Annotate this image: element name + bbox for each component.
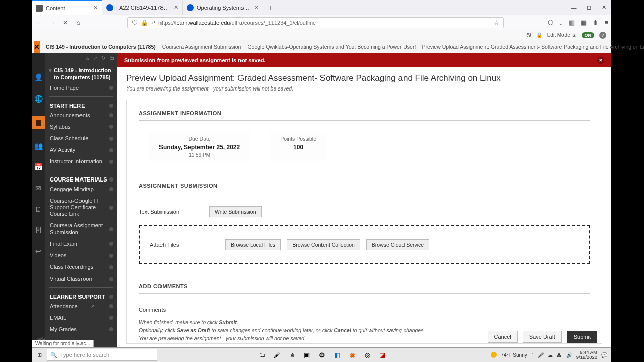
- dismiss-alert-button[interactable]: ✕: [597, 57, 604, 64]
- lock-icon[interactable]: 🔒: [141, 19, 148, 26]
- course-title[interactable]: ▾CIS 149 - Introduction to Computers (11…: [45, 64, 117, 82]
- options-icon[interactable]: [109, 113, 113, 117]
- shield-icon[interactable]: 🛡: [132, 19, 138, 26]
- tray-onedrive-icon[interactable]: ☁: [548, 352, 553, 358]
- sidebar-item[interactable]: Virtual Classroom: [45, 273, 117, 285]
- new-tab-button[interactable]: +: [263, 4, 277, 12]
- options-icon[interactable]: [109, 125, 113, 129]
- cancel-button[interactable]: Cancel: [488, 331, 518, 343]
- browse-local-button[interactable]: Browse Local Files: [225, 239, 281, 250]
- acrobat-icon[interactable]: ◪: [375, 349, 389, 361]
- options-icon[interactable]: [109, 206, 113, 210]
- sidebar-item[interactable]: Coursera Assignment Submission: [45, 220, 117, 238]
- sync-icon[interactable]: 🗘: [526, 32, 531, 38]
- back-button[interactable]: ←: [35, 19, 44, 26]
- sidebar-item-home[interactable]: Home Page: [45, 82, 117, 94]
- sidebar-item[interactable]: Coursera-Google IT Support Certificate C…: [45, 195, 117, 220]
- browser-tab[interactable]: Operating Systems and You: Be ✕: [183, 0, 263, 15]
- close-tab-icon[interactable]: ✕: [254, 4, 259, 11]
- forward-button[interactable]: →: [48, 19, 57, 26]
- library-icon[interactable]: ▥: [569, 19, 575, 26]
- sidebar-item[interactable]: Syllabus: [45, 121, 117, 133]
- pocket-icon[interactable]: ⬡: [548, 19, 553, 26]
- profile-icon[interactable]: 👤: [34, 73, 42, 81]
- collapse-icon[interactable]: ▾: [49, 67, 52, 81]
- tray-network-icon[interactable]: 🖧: [557, 352, 562, 358]
- tools-icon[interactable]: 🗄: [34, 226, 42, 234]
- options-icon[interactable]: [109, 304, 113, 308]
- options-icon[interactable]: [109, 277, 113, 281]
- app-icon[interactable]: 🗎: [285, 349, 299, 361]
- downloads-icon[interactable]: ↓: [559, 19, 563, 26]
- browse-cloud-button[interactable]: Browse Cloud Service: [366, 239, 429, 250]
- bookmark-star-icon[interactable]: ☆: [494, 19, 499, 26]
- write-submission-button[interactable]: Write Submission: [209, 206, 262, 217]
- home-icon[interactable]: ⌂: [86, 55, 89, 62]
- app-icon[interactable]: ▣: [300, 349, 314, 361]
- options-icon[interactable]: [109, 327, 113, 331]
- app-icon[interactable]: 🖉: [270, 349, 284, 361]
- sidebar-item[interactable]: Cengage Mindtap: [45, 184, 117, 195]
- outlook-icon[interactable]: ◧: [330, 349, 344, 361]
- sidebar-item[interactable]: EMAIL: [45, 312, 117, 324]
- options-icon[interactable]: [109, 177, 113, 182]
- refresh-icon[interactable]: ↻: [101, 55, 105, 62]
- sidebar-item[interactable]: AV Activity: [45, 144, 117, 156]
- tray-sound-icon[interactable]: 🔊: [566, 352, 572, 358]
- submit-button[interactable]: Submit: [567, 331, 597, 343]
- browser-tab[interactable]: FA22 CIS149-11785 | Coursera ✕: [102, 0, 183, 15]
- options-icon[interactable]: [109, 148, 113, 152]
- start-button[interactable]: ⊞: [32, 348, 47, 363]
- sidebar-item[interactable]: Videos: [45, 250, 117, 261]
- close-tab-icon[interactable]: ✕: [174, 4, 178, 11]
- sidebar-heading-support[interactable]: LEARNER SUPPORT: [45, 290, 117, 301]
- tray-chevron-icon[interactable]: ˄: [531, 352, 534, 358]
- sidebar-item[interactable]: Class Schedule: [45, 133, 117, 144]
- options-icon[interactable]: [109, 86, 113, 90]
- breadcrumb-item[interactable]: Google Qwiklabs-Operating Systems and Yo…: [247, 44, 416, 50]
- weather-text[interactable]: 74°F Sunny: [501, 352, 527, 358]
- breadcrumb-item[interactable]: Coursera Assignment Submission: [162, 44, 242, 50]
- breadcrumb-course[interactable]: CIS 149 - Introduction to Computers (117…: [46, 44, 156, 50]
- grades-icon[interactable]: 🗎: [34, 205, 42, 213]
- options-icon[interactable]: [109, 227, 113, 231]
- close-panel-button[interactable]: ✕: [34, 41, 40, 53]
- address-bar[interactable]: 🛡 🔒 ⇄ https://learn.wallacestate.edu/ult…: [127, 17, 504, 28]
- tray-mic-icon[interactable]: 🎤: [538, 352, 544, 358]
- options-icon[interactable]: [109, 295, 113, 299]
- taskbar-search[interactable]: 🔍 Type here to search: [47, 349, 157, 361]
- browser-tab-active[interactable]: Content ✕: [32, 0, 102, 15]
- feed-icon[interactable]: ⋔: [593, 19, 598, 26]
- folder-icon[interactable]: 🗀: [109, 55, 114, 62]
- minimize-button[interactable]: —: [566, 0, 581, 15]
- organizations-icon[interactable]: 👥: [34, 142, 42, 150]
- browse-collection-button[interactable]: Browse Content Collection: [287, 239, 360, 250]
- institution-icon[interactable]: 🌐: [34, 95, 42, 103]
- messages-icon[interactable]: ✉: [34, 184, 42, 192]
- options-icon[interactable]: [109, 265, 113, 269]
- qr-icon[interactable]: ▦: [581, 19, 587, 26]
- options-icon[interactable]: [109, 254, 113, 258]
- stop-reload-button[interactable]: ✕: [61, 19, 70, 26]
- home-button[interactable]: ⌂: [74, 19, 83, 26]
- options-icon[interactable]: [109, 104, 113, 108]
- sidebar-item[interactable]: Final Exam: [45, 238, 117, 250]
- sidebar-heading-start[interactable]: START HERE: [45, 99, 117, 110]
- edit-mode-toggle[interactable]: ON: [582, 32, 595, 38]
- permissions-icon[interactable]: ⇄: [151, 20, 155, 25]
- sidebar-item[interactable]: My Grades: [45, 324, 117, 335]
- chrome-icon[interactable]: ◎: [360, 349, 374, 361]
- save-draft-button[interactable]: Save Draft: [523, 331, 562, 343]
- sidebar-item[interactable]: Announcements: [45, 110, 117, 121]
- taskbar-clock[interactable]: 9:44 AM 9/19/2022: [576, 350, 597, 360]
- lock-icon[interactable]: 🔒: [536, 32, 542, 38]
- notifications-icon[interactable]: 💬: [601, 352, 607, 358]
- app-icon[interactable]: ⚙: [315, 349, 329, 361]
- courses-icon[interactable]: ▤: [32, 116, 45, 129]
- sidebar-item[interactable]: Class Recordings: [45, 261, 117, 273]
- file-explorer-icon[interactable]: 🗂: [255, 349, 269, 361]
- options-icon[interactable]: [109, 137, 113, 141]
- sidebar-heading-materials[interactable]: COURSE MATERIALS: [45, 172, 117, 184]
- help-icon[interactable]: ?: [599, 32, 606, 39]
- options-icon[interactable]: [109, 242, 113, 246]
